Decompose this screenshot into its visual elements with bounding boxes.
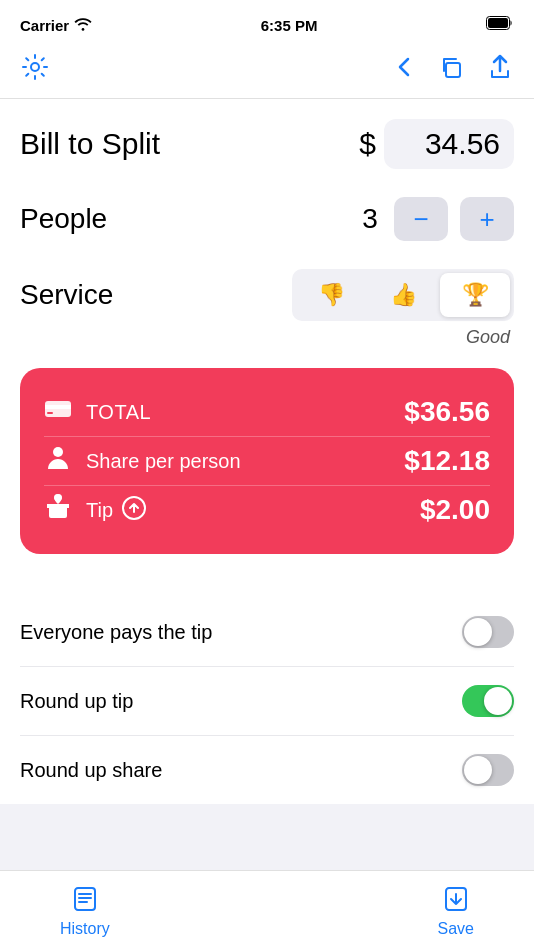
save-icon (442, 884, 470, 916)
status-bar: Carrier 6:35 PM (0, 0, 534, 44)
tab-bar: History Save (0, 870, 534, 950)
tip-icon (44, 494, 72, 526)
share-value: $12.18 (404, 445, 490, 477)
nav-bar (0, 44, 534, 99)
round-up-tip-row: Round up tip (20, 667, 514, 736)
dollar-sign: $ (359, 127, 376, 161)
increment-people-button[interactable]: + (460, 197, 514, 241)
history-icon (71, 884, 99, 916)
service-row: Service 👎 👍 🏆 (20, 269, 514, 321)
bill-amount-container: $ (359, 119, 514, 169)
toggles-section: Everyone pays the tip Round up tip Round… (0, 598, 534, 804)
svg-point-7 (53, 447, 63, 457)
results-card: TOTAL $36.56 Share per person $12.18 (20, 368, 514, 554)
share-label: Share per person (86, 450, 241, 473)
svg-point-2 (31, 63, 39, 71)
everyone-pays-tip-label: Everyone pays the tip (20, 619, 212, 645)
service-good-button[interactable]: 👍 (368, 273, 438, 317)
round-up-share-label: Round up share (20, 757, 162, 783)
back-icon[interactable] (390, 53, 418, 85)
service-great-button[interactable]: 🏆 (440, 273, 510, 317)
tip-left: Tip (44, 494, 147, 526)
share-left: Share per person (44, 445, 241, 477)
round-up-tip-label: Round up tip (20, 688, 133, 714)
bill-amount-input[interactable] (384, 119, 514, 169)
tip-up-icon[interactable] (121, 495, 147, 525)
decrement-people-button[interactable]: − (394, 197, 448, 241)
save-label: Save (438, 920, 474, 938)
service-buttons: 👎 👍 🏆 (292, 269, 514, 321)
service-quality-label: Good (20, 327, 514, 348)
service-label: Service (20, 279, 113, 311)
save-tab[interactable]: Save (438, 884, 474, 938)
total-left: TOTAL (44, 399, 151, 425)
toggle-thumb-share (464, 756, 492, 784)
tip-label-row: Tip (86, 495, 147, 525)
people-controls: 3 − + (358, 197, 514, 241)
battery-icon (486, 16, 514, 34)
carrier-label: Carrier (20, 17, 69, 34)
svg-rect-1 (488, 18, 508, 28)
everyone-pays-tip-row: Everyone pays the tip (20, 598, 514, 667)
svg-rect-5 (45, 405, 71, 409)
tip-label: Tip (86, 499, 113, 522)
people-count: 3 (358, 203, 382, 235)
people-label: People (20, 203, 107, 235)
svg-rect-3 (446, 63, 460, 77)
wifi-icon (74, 17, 92, 34)
toggle-thumb-roundup (484, 687, 512, 715)
copy-icon[interactable] (438, 53, 466, 85)
share-icon[interactable] (486, 53, 514, 85)
bill-label: Bill to Split (20, 127, 160, 161)
tip-value: $2.00 (420, 494, 490, 526)
tip-row: Tip $2.00 (44, 485, 490, 534)
settings-icon[interactable] (20, 52, 50, 86)
everyone-pays-tip-toggle[interactable] (462, 616, 514, 648)
share-row: Share per person $12.18 (44, 436, 490, 485)
history-label: History (60, 920, 110, 938)
bill-to-split-row: Bill to Split $ (20, 119, 514, 169)
history-tab[interactable]: History (60, 884, 110, 938)
total-value: $36.56 (404, 396, 490, 428)
main-content: Bill to Split $ People 3 − + Service 👎 👍… (0, 99, 534, 598)
svg-rect-6 (47, 412, 53, 414)
people-row: People 3 − + (20, 197, 514, 241)
toggle-thumb-everyone (464, 618, 492, 646)
total-icon (44, 399, 72, 425)
round-up-share-row: Round up share (20, 736, 514, 804)
round-up-share-toggle[interactable] (462, 754, 514, 786)
time-display: 6:35 PM (261, 17, 318, 34)
round-up-tip-toggle[interactable] (462, 685, 514, 717)
total-row: TOTAL $36.56 (44, 388, 490, 436)
carrier-text: Carrier (20, 17, 92, 34)
person-icon (44, 445, 72, 477)
service-bad-button[interactable]: 👎 (296, 273, 366, 317)
total-label: TOTAL (86, 401, 151, 424)
